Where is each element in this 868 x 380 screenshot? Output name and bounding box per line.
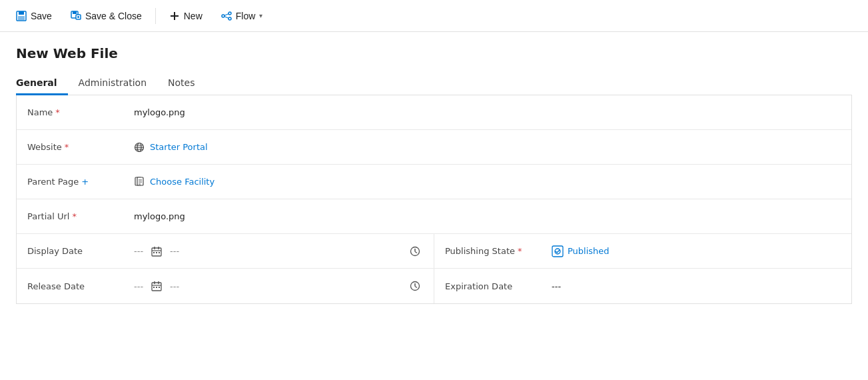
required-star-partial-url: * — [72, 211, 77, 221]
display-date-dash1: --- — [134, 246, 143, 256]
new-label: New — [184, 11, 203, 21]
expiration-date-value: --- — [552, 281, 561, 291]
svg-point-11 — [228, 12, 231, 15]
field-value-name: mylogo.png — [123, 101, 851, 124]
field-value-parent-page: Choose Facility — [123, 170, 851, 194]
required-star-publishing: * — [518, 246, 522, 256]
half-publishing-state: Publishing State* Published — [434, 234, 851, 268]
save-label: Save — [31, 11, 52, 21]
toolbar: Save Save & Close New — [0, 0, 868, 32]
required-star-name: * — [55, 107, 60, 117]
svg-line-13 — [224, 13, 228, 15]
svg-rect-4 — [73, 11, 77, 14]
svg-line-14 — [224, 16, 228, 17]
published-icon — [552, 245, 564, 257]
optional-plus-parent-page: + — [81, 177, 89, 187]
svg-rect-30 — [156, 252, 157, 253]
half-expiration-date: Expiration Date --- — [434, 269, 851, 303]
tab-administration[interactable]: Administration — [68, 72, 157, 95]
field-value-display-date: --- --- — [123, 237, 434, 266]
tab-notes[interactable]: Notes — [157, 72, 205, 95]
tab-general[interactable]: General — [16, 72, 68, 95]
release-date-dash1: --- — [134, 281, 143, 291]
field-label-partial-url: Partial Url* — [17, 205, 123, 228]
field-label-website: Website* — [17, 135, 123, 159]
save-close-label: Save & Close — [85, 11, 142, 21]
published-label: Published — [568, 246, 610, 256]
field-row-name: Name* mylogo.png — [17, 95, 851, 130]
new-icon — [169, 11, 180, 21]
save-icon — [16, 11, 27, 21]
display-date-time-icon[interactable] — [407, 243, 423, 259]
flow-icon — [221, 11, 232, 21]
save-close-button[interactable]: Save & Close — [63, 7, 150, 25]
save-close-icon — [71, 11, 81, 21]
page-title: New Web File — [16, 45, 852, 61]
form-area: Name* mylogo.png Website* — [16, 95, 852, 304]
website-link[interactable]: Starter Portal — [150, 142, 208, 152]
page-content: New Web File General Administration Note… — [0, 32, 868, 317]
required-star-website: * — [65, 142, 69, 152]
release-date-calendar-icon[interactable] — [149, 278, 165, 294]
field-label-release-date: Release Date — [17, 275, 123, 298]
svg-rect-42 — [156, 287, 157, 288]
field-label-display-date: Display Date — [17, 239, 123, 263]
flow-button[interactable]: Flow ▾ — [213, 7, 271, 25]
field-row-website: Website* Starter Portal — [17, 130, 851, 165]
page-icon — [134, 177, 145, 187]
field-label-parent-page: Parent Page+ — [17, 170, 123, 193]
row-release-date-expiration: Release Date --- - — [17, 269, 851, 303]
release-date-time-icon[interactable] — [407, 278, 423, 294]
toolbar-divider — [155, 8, 156, 24]
svg-line-46 — [415, 287, 417, 288]
half-display-date: Display Date --- - — [17, 234, 434, 268]
field-row-partial-url: Partial Url* mylogo.png — [17, 199, 851, 234]
half-release-date: Release Date --- - — [17, 269, 434, 303]
field-value-expiration-date: --- — [541, 275, 851, 298]
svg-rect-29 — [153, 252, 155, 253]
parent-page-link[interactable]: Choose Facility — [150, 177, 215, 187]
published-link[interactable]: Published — [552, 245, 610, 257]
release-date-dash2: --- — [170, 281, 179, 291]
field-value-partial-url: mylogo.png — [123, 205, 851, 228]
svg-rect-43 — [159, 287, 160, 288]
field-value-publishing-state: Published — [541, 239, 851, 264]
save-button[interactable]: Save — [8, 7, 60, 25]
svg-line-34 — [415, 251, 417, 253]
svg-rect-2 — [18, 16, 25, 20]
globe-icon — [134, 142, 145, 153]
field-row-parent-page: Parent Page+ Choose Facility — [17, 165, 851, 199]
field-label-publishing-state: Publishing State* — [434, 239, 541, 263]
flow-chevron-icon: ▾ — [259, 12, 262, 19]
svg-point-12 — [228, 17, 231, 20]
svg-rect-1 — [19, 11, 24, 15]
field-label-name: Name* — [17, 101, 123, 124]
svg-rect-41 — [153, 287, 155, 288]
display-date-dash2: --- — [170, 246, 179, 256]
partial-url-value: mylogo.png — [134, 211, 185, 221]
field-value-release-date: --- --- — [123, 271, 434, 301]
new-button[interactable]: New — [161, 7, 211, 25]
field-value-website: Starter Portal — [123, 135, 851, 159]
svg-rect-31 — [159, 252, 160, 253]
row-display-date-publishing: Display Date --- - — [17, 234, 851, 269]
name-value: mylogo.png — [134, 107, 185, 117]
tab-bar: General Administration Notes — [16, 72, 852, 95]
svg-point-10 — [222, 15, 224, 17]
display-date-calendar-icon[interactable] — [149, 243, 165, 259]
flow-label: Flow — [236, 11, 256, 21]
field-label-expiration-date: Expiration Date — [434, 275, 541, 298]
